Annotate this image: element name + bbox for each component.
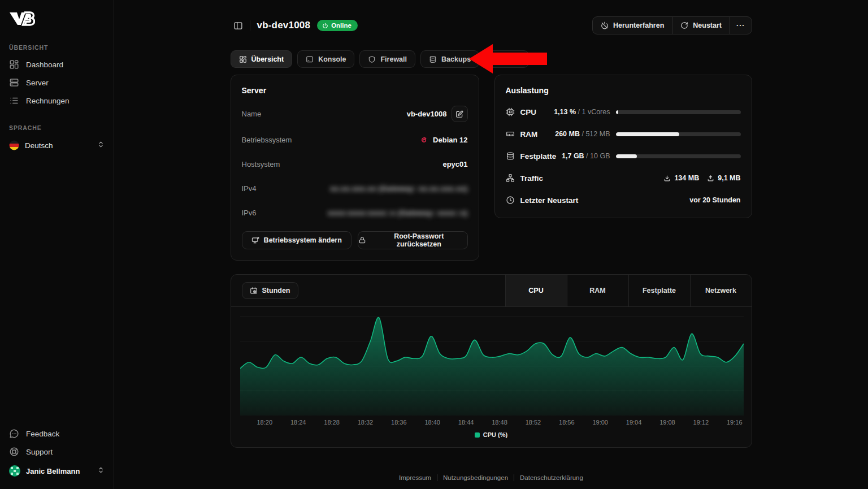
reset-root-password-button[interactable]: Root-Passwort zurücksetzen bbox=[358, 231, 468, 249]
row-label: IPv4 bbox=[242, 184, 257, 193]
user-avatar bbox=[9, 465, 20, 477]
info-row-ipv4: IPv4 xx.xx.xxx.xx (Gateway: xx.xx.xxx.xx… bbox=[242, 181, 468, 195]
cpu-total: 1 vCores bbox=[581, 108, 610, 116]
disk-total: 10 GB bbox=[590, 152, 610, 160]
page-title: vb-dev1008 bbox=[257, 20, 311, 31]
metric-tab-cpu[interactable]: CPU bbox=[505, 275, 567, 306]
user-menu[interactable]: Janic Bellmann bbox=[6, 461, 108, 481]
sidebar-section-uebersicht: ÜBERSICHT bbox=[6, 44, 108, 51]
ipv4-value-redacted: xx.xx.xxx.xx (Gateway: xx.xx.xxx.xx) bbox=[330, 184, 468, 193]
main-area: vb-dev1008 Online Herunterfahren Neustar… bbox=[114, 0, 868, 489]
chevrons-up-down-icon bbox=[97, 466, 105, 476]
tab-label: Backups bbox=[441, 55, 471, 63]
row-label: Name bbox=[242, 110, 262, 118]
sidebar-item-rechnungen[interactable]: Rechnungen bbox=[6, 92, 108, 110]
more-actions-button[interactable]: ··· bbox=[730, 17, 752, 34]
status-label: Online bbox=[331, 22, 351, 29]
x-axis-tick: 18:20 bbox=[257, 419, 273, 426]
footer-link-impressum[interactable]: Impressum bbox=[399, 474, 431, 481]
traffic-upload-value: 9,1 MB bbox=[718, 174, 740, 182]
sidebar-item-label: Rechnungen bbox=[26, 97, 70, 105]
sidebar-item-dashboard[interactable]: Dashboard bbox=[6, 55, 108, 73]
tab-label: Übersicht bbox=[251, 55, 284, 63]
header-divider bbox=[250, 20, 250, 31]
download-icon bbox=[663, 175, 671, 182]
app-window: ÜBERSICHT Dashboard Server Rechnungen SP… bbox=[0, 0, 868, 489]
power-icon bbox=[322, 23, 328, 29]
metric-tab-festplatte[interactable]: Festplatte bbox=[628, 275, 690, 306]
tab-konsole[interactable]: Konsole bbox=[297, 50, 354, 68]
feedback-chat-icon bbox=[9, 429, 19, 439]
sidebar-toggle-button[interactable] bbox=[231, 18, 246, 33]
x-axis-tick: 19:04 bbox=[626, 419, 642, 426]
sidebar-item-feedback[interactable]: Feedback bbox=[6, 425, 108, 443]
network-icon bbox=[506, 174, 515, 183]
usage-row-last-restart: Letzter Neustart vor 20 Stunden bbox=[506, 195, 741, 205]
ipv6-value-redacted: xxxx:xxxx:xxxx::x (Gateway: xxxx::x) bbox=[328, 209, 468, 217]
shutdown-label: Herunterfahren bbox=[613, 21, 664, 29]
edit-pencil-icon bbox=[455, 110, 463, 118]
sidebar-item-server[interactable]: Server bbox=[6, 73, 108, 92]
brand-logo[interactable] bbox=[6, 7, 108, 29]
tab-uebersicht[interactable]: Übersicht bbox=[231, 50, 293, 68]
metric-tab-ram[interactable]: RAM bbox=[567, 275, 628, 306]
database-icon bbox=[429, 55, 437, 63]
lock-icon bbox=[358, 236, 366, 244]
sidebar-item-label: Dashboard bbox=[26, 60, 63, 69]
server-tabs: Übersicht Konsole Firewall Backups Plan bbox=[231, 50, 752, 68]
usage-row-ram: RAM 260 MB / 512 MB bbox=[506, 129, 741, 139]
language-label: Deutsch bbox=[25, 141, 53, 150]
footer-separator bbox=[514, 474, 514, 481]
usage-label: RAM bbox=[520, 130, 538, 139]
cpu-used: 1,13 % bbox=[554, 108, 576, 116]
time-range-button[interactable]: Stunden bbox=[242, 282, 298, 299]
info-row-host: Hostsystem epyc01 bbox=[242, 157, 468, 171]
page-footer: Impressum Nutzungsbedingungen Datenschut… bbox=[231, 474, 752, 481]
ellipsis-icon: ··· bbox=[736, 21, 745, 29]
x-axis-tick: 19:16 bbox=[727, 419, 743, 426]
row-label: IPv6 bbox=[242, 209, 257, 217]
info-row-ipv6: IPv6 xxxx:xxxx:xxxx::x (Gateway: xxxx::x… bbox=[242, 206, 468, 219]
legend-label: CPU (%) bbox=[483, 431, 507, 438]
tab-firewall[interactable]: Firewall bbox=[359, 50, 415, 68]
calendar-clock-icon bbox=[250, 287, 258, 295]
german-flag-icon bbox=[9, 140, 19, 150]
x-axis-tick: 18:52 bbox=[526, 419, 541, 426]
x-axis-tick: 18:36 bbox=[391, 419, 407, 426]
row-label: Betriebssystem bbox=[242, 136, 292, 144]
server-icon bbox=[9, 77, 19, 88]
sidebar-spacer bbox=[6, 155, 108, 425]
debian-logo-icon bbox=[420, 136, 428, 144]
disk-used: 1,7 GB bbox=[562, 152, 584, 160]
change-os-button[interactable]: Betriebssystem ändern bbox=[242, 231, 352, 249]
metric-tab-netzwerk[interactable]: Netzwerk bbox=[690, 275, 752, 306]
disk-database-icon bbox=[506, 152, 515, 161]
shutdown-button[interactable]: Herunterfahren bbox=[593, 17, 672, 34]
metric-tabs: CPU RAM Festplatte Netzwerk bbox=[505, 275, 752, 306]
x-axis-labels: 18:2018:2418:2818:3218:3618:4018:4418:48… bbox=[231, 416, 752, 426]
info-row-os: Betriebssystem Debian 12 bbox=[242, 133, 468, 146]
tab-backups[interactable]: Backups bbox=[420, 50, 479, 68]
sidebar-item-label: Support bbox=[26, 448, 53, 456]
credit-card-icon bbox=[493, 55, 501, 63]
tab-label: Plan bbox=[505, 55, 520, 63]
tab-plan[interactable]: Plan bbox=[484, 50, 528, 68]
footer-link-nutzungsbedingungen[interactable]: Nutzungsbedingungen bbox=[443, 474, 508, 481]
x-axis-tick: 18:24 bbox=[290, 419, 306, 426]
edit-name-button[interactable] bbox=[452, 106, 468, 122]
ram-total: 512 MB bbox=[585, 130, 610, 138]
usage-row-cpu: CPU 1,13 % / 1 vCores bbox=[506, 107, 741, 117]
tab-label: Konsole bbox=[318, 55, 346, 63]
footer-link-datenschutz[interactable]: Datenschutzerklärung bbox=[520, 474, 583, 481]
last-restart-value: vor 20 Stunden bbox=[689, 196, 740, 204]
language-selector[interactable]: Deutsch bbox=[6, 136, 108, 155]
chart-header: Stunden CPU RAM Festplatte Netzwerk bbox=[231, 275, 752, 307]
card-title: Auslastung bbox=[506, 86, 741, 95]
traffic-download-value: 134 MB bbox=[674, 174, 699, 182]
restart-button[interactable]: Neustart bbox=[672, 17, 730, 34]
cpu-area-chart bbox=[231, 307, 752, 416]
metrics-chart-card: Stunden CPU RAM Festplatte Netzwerk bbox=[231, 274, 752, 448]
sidebar-item-support[interactable]: Support bbox=[6, 443, 108, 461]
refresh-icon bbox=[680, 21, 688, 29]
button-label: Root-Passwort zurücksetzen bbox=[371, 232, 467, 248]
